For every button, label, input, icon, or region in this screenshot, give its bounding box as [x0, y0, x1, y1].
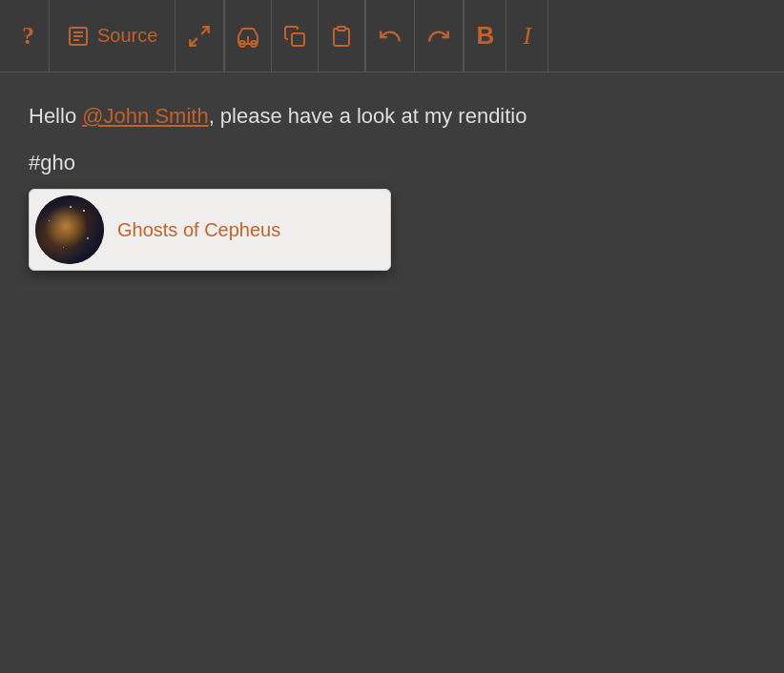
content-area[interactable]: Hello @John Smith, please have a look at…: [0, 72, 784, 673]
nebula-graphic: [35, 195, 104, 264]
svg-rect-7: [338, 27, 345, 31]
paste-button[interactable]: [319, 0, 365, 71]
bold-button[interactable]: B: [464, 0, 506, 71]
bold-icon: B: [476, 21, 494, 51]
redo-button[interactable]: [415, 0, 464, 71]
help-icon: ?: [22, 22, 34, 51]
content-line-1: Hello @John Smith, please have a look at…: [29, 99, 755, 133]
undo-button[interactable]: [366, 0, 415, 71]
expand-button[interactable]: [175, 0, 224, 71]
text-suffix: , please have a look at my renditio: [209, 104, 527, 128]
paste-icon: [330, 25, 353, 48]
cut-icon: [237, 25, 259, 48]
italic-icon: I: [524, 22, 532, 51]
thumbnail-nebula: [35, 195, 104, 264]
nebula-stars: [35, 195, 104, 264]
redo-icon: [426, 24, 451, 49]
source-button[interactable]: Source: [50, 0, 175, 71]
dropdown-label: Ghosts of Cepheus: [117, 214, 280, 245]
hash-text-value: #gho: [29, 151, 75, 174]
svg-rect-6: [292, 33, 304, 46]
autocomplete-dropdown[interactable]: Ghosts of Cepheus: [29, 189, 391, 271]
source-icon: [67, 25, 90, 48]
undo-icon: [378, 24, 402, 49]
copy-button[interactable]: [272, 0, 319, 71]
mention-john-smith[interactable]: @John Smith: [82, 104, 208, 128]
expand-icon: [187, 24, 212, 49]
source-label: Source: [97, 25, 157, 47]
text-prefix: Hello: [29, 104, 82, 128]
hash-input: #gho: [29, 146, 755, 179]
cut-button[interactable]: [225, 0, 272, 71]
toolbar: ? Source: [0, 0, 784, 72]
help-button[interactable]: ?: [8, 0, 50, 71]
editor-container: ? Source: [0, 0, 784, 673]
italic-button[interactable]: I: [506, 0, 548, 71]
copy-icon: [283, 25, 306, 48]
